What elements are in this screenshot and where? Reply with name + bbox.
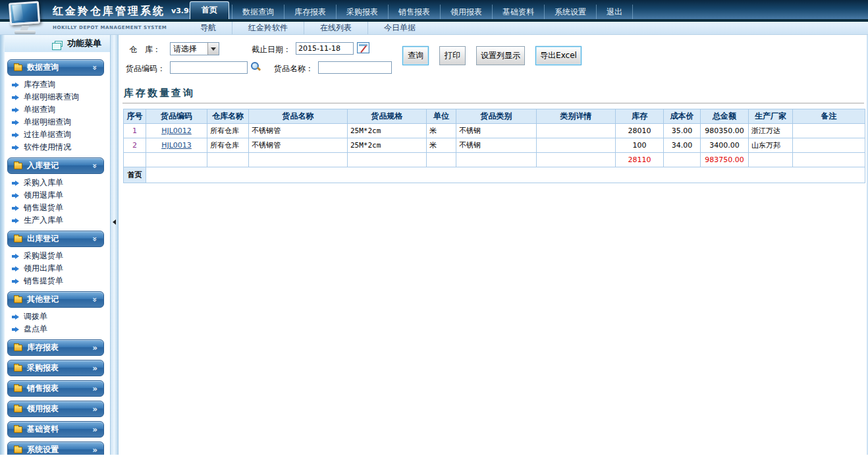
item-code-link[interactable]: HJL0013: [161, 141, 192, 150]
sidebar-edge-strip: [0, 35, 5, 455]
main-content: 仓 库： 请选择 截止日期： 货品编码： 货品名称： 查询 打印 设置列显示 导…: [119, 35, 868, 455]
sidebar-item-purchase-inbound[interactable]: 采购入库单: [5, 177, 110, 189]
tab-home[interactable]: 首页: [190, 1, 229, 19]
cell-serial: 1: [124, 124, 146, 138]
subtab-hokilly-software[interactable]: 红金羚软件: [232, 22, 304, 34]
app-title-text: 红金羚仓库管理系统: [53, 5, 165, 17]
chevron-right-icon: [92, 426, 97, 434]
col-serial: 序号: [124, 109, 146, 124]
date-label: 截止日期：: [252, 44, 291, 55]
chevron-down-icon: [92, 64, 97, 72]
sidebar-item-order-query[interactable]: 单据查询: [5, 103, 110, 116]
arrow-right-icon: [12, 120, 19, 125]
chevron-down-icon: [92, 296, 97, 304]
cell-serial: 2: [124, 138, 146, 153]
column-settings-button[interactable]: 设置列显示: [476, 46, 525, 65]
cell-item-code: HJL0013: [146, 138, 207, 153]
app-header: 红金羚仓库管理系统v3.98 首页 数据查询 库存报表 采购报表 销售报表 领用…: [0, 0, 868, 22]
cell-item-name: 不锈钢管: [249, 138, 348, 153]
subtab-navigation[interactable]: 导航: [184, 22, 232, 34]
date-input[interactable]: [296, 42, 354, 55]
sidebar-item-order-detail-table-query[interactable]: 单据明细表查询: [5, 91, 110, 103]
cell-remark: [793, 124, 865, 138]
cell-stock: 100: [616, 138, 664, 153]
sidebar-item-stocktake-order[interactable]: 盘点单: [5, 323, 110, 335]
tab-requisition-report[interactable]: 领用报表: [440, 5, 492, 19]
pagination-home-link[interactable]: 首页: [124, 167, 146, 183]
sidebar-item-order-detail-query[interactable]: 单据明细查询: [5, 116, 110, 129]
cell-spec: 25M*2cm: [348, 138, 427, 153]
col-stock: 库存: [616, 109, 664, 124]
arrow-right-icon: [12, 254, 19, 259]
tab-logout[interactable]: 退出: [596, 5, 633, 19]
collapse-arrow-icon: [113, 219, 116, 225]
sidebar-section-other[interactable]: 其他登记: [7, 291, 104, 308]
tab-purchase-report[interactable]: 采购报表: [336, 5, 388, 19]
search-icon[interactable]: [250, 61, 261, 72]
section-label: 库存报表: [27, 342, 59, 353]
cell-category-detail: [537, 138, 616, 153]
sidebar-menu: 数据查询 库存查询 单据明细表查询 单据查询 单据明细查询 过往单据查询 软件使…: [0, 52, 110, 455]
cell-spec: 25M*2cm: [348, 124, 427, 138]
col-total-amount: 总金额: [701, 109, 749, 124]
sidebar-section-outbound[interactable]: 出库登记: [7, 231, 104, 247]
sidebar-item-purchase-return[interactable]: 采购退货单: [5, 250, 110, 262]
item-name-label: 货品名称：: [274, 63, 313, 74]
sidebar-section-inbound[interactable]: 入库登记: [7, 157, 104, 174]
cell-warehouse: 所有仓库: [207, 138, 249, 153]
calendar-picker-icon[interactable]: [357, 42, 369, 53]
sidebar: 功能菜单 数据查询 库存查询 单据明细表查询 单据查询 单据明细查询 过往单据查…: [0, 35, 110, 455]
stock-quantity-table: 序号 货品编码 仓库名称 货品名称 货品规格 单位 货品类别 类别详情 库存 成…: [123, 109, 865, 183]
sidebar-item-past-order-query[interactable]: 过往单据查询: [5, 129, 110, 141]
section-label: 系统设置: [27, 444, 59, 455]
sidebar-item-sales-return[interactable]: 销售退货单: [5, 202, 110, 214]
sidebar-section-requisition-report[interactable]: 领用报表: [7, 401, 104, 417]
tab-system-settings[interactable]: 系统设置: [544, 5, 596, 19]
folder-closed-icon: [14, 426, 22, 433]
sidebar-collapse-handle[interactable]: [110, 35, 119, 455]
item-code-link[interactable]: HJL0012: [161, 127, 192, 135]
section-label: 数据查询: [27, 62, 59, 73]
sidebar-header: 功能菜单: [0, 35, 110, 52]
cell-total-amount: 980350.00: [701, 124, 749, 138]
subtab-online-list[interactable]: 在线列表: [304, 22, 367, 34]
sidebar-item-software-usage[interactable]: 软件使用情况: [5, 141, 110, 154]
tab-data-query[interactable]: 数据查询: [232, 5, 284, 19]
sidebar-section-stock-report[interactable]: 库存报表: [7, 339, 104, 356]
sidebar-section-data-query[interactable]: 数据查询: [7, 59, 104, 76]
folder-open-icon: [14, 236, 22, 243]
tab-sales-report[interactable]: 销售报表: [388, 5, 440, 19]
tab-base-data[interactable]: 基础资料: [492, 5, 544, 19]
table-row: 1 HJL0012 所有仓库 不锈钢管 25M*2cm 米 不锈钢 28010 …: [124, 124, 865, 138]
tab-stock-report[interactable]: 库存报表: [284, 5, 336, 19]
dropdown-arrow-icon[interactable]: [207, 43, 219, 55]
item-code-input[interactable]: [170, 61, 248, 74]
sidebar-item-requisition-outbound[interactable]: 领用出库单: [5, 262, 110, 275]
warehouse-select[interactable]: 请选择: [170, 42, 219, 55]
sidebar-section-purchase-report[interactable]: 采购报表: [7, 360, 104, 376]
sidebar-item-sales-delivery[interactable]: 销售提货单: [5, 275, 110, 287]
sidebar-section-system-settings[interactable]: 系统设置: [7, 442, 104, 455]
table-footer-row: 首页: [124, 167, 865, 183]
col-cost-price: 成本价: [664, 109, 701, 124]
warehouse-label: 仓 库：: [129, 44, 161, 55]
print-button[interactable]: 打印: [439, 46, 466, 65]
chevron-right-icon: [92, 344, 97, 352]
sidebar-section-sales-report[interactable]: 销售报表: [7, 380, 104, 397]
subtab-today-orders[interactable]: 今日单据: [367, 22, 431, 34]
item-name-input[interactable]: [318, 61, 392, 74]
sidebar-item-transfer-order[interactable]: 调拨单: [5, 310, 110, 323]
arrow-right-icon: [12, 193, 19, 198]
sidebar-item-stock-query[interactable]: 库存查询: [5, 78, 110, 91]
sidebar-item-requisition-return[interactable]: 领用退库单: [5, 189, 110, 202]
chevron-right-icon: [92, 446, 97, 454]
col-spec: 货品规格: [348, 109, 427, 124]
export-excel-button[interactable]: 导出Excel: [535, 46, 582, 65]
cell-cost-price: 34.00: [664, 138, 701, 153]
query-button[interactable]: 查询: [402, 46, 429, 65]
cell-category: 不锈钢: [456, 124, 537, 138]
sidebar-section-base-data[interactable]: 基础资料: [7, 421, 104, 438]
cell-item-code: HJL0012: [146, 124, 207, 138]
sidebar-item-production-inbound[interactable]: 生产入库单: [5, 214, 110, 227]
arrow-right-icon: [12, 95, 19, 100]
